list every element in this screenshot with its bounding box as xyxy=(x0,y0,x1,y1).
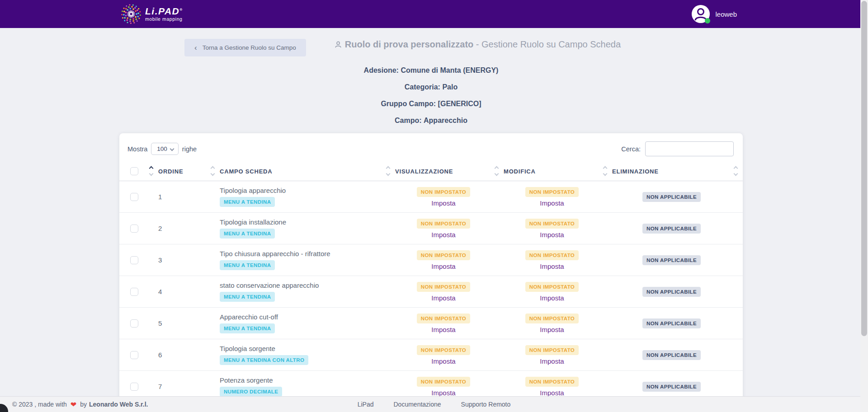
header-eliminazione[interactable]: ELIMINAZIONE xyxy=(612,163,743,181)
view-imposta-link[interactable]: Imposta xyxy=(395,294,492,302)
delete-status-badge: NON APPLICABILE xyxy=(642,192,701,202)
delete-status-badge: NON APPLICABILE xyxy=(642,382,701,392)
row-checkbox[interactable] xyxy=(130,193,138,201)
footer-link-documentazione[interactable]: Documentazione xyxy=(394,401,441,408)
row-checkbox[interactable] xyxy=(130,225,138,233)
topbar: Li.PAD® mobile mapping leoweb xyxy=(0,0,868,28)
heart-icon: ❤ xyxy=(71,400,76,409)
field-name: Tipo chiusura apparecchio - rifrattore xyxy=(220,250,383,258)
field-name: Tipologia apparecchio xyxy=(220,187,383,194)
table-row: 1 Tipologia apparecchio MENU A TENDINA N… xyxy=(119,181,743,213)
edit-imposta-link[interactable]: Imposta xyxy=(504,294,600,302)
sort-control[interactable] xyxy=(495,167,498,175)
user-menu[interactable]: leoweb xyxy=(692,5,737,23)
header-visualizzazione[interactable]: VISUALIZZAZIONE xyxy=(395,163,504,181)
scrollbar-thumb[interactable] xyxy=(861,1,867,336)
field-type-badge: MENU A TENDINA xyxy=(220,197,275,207)
back-button[interactable]: ‹ Torna a Gestione Ruolo su Campo xyxy=(184,39,306,56)
edit-imposta-link[interactable]: Imposta xyxy=(504,199,600,207)
field-type-badge: MENU A TENDINA xyxy=(220,323,275,333)
row-checkbox[interactable] xyxy=(130,319,138,328)
page-title-rest: - Gestione Ruolo su Campo Scheda xyxy=(473,39,621,49)
order-number: 7 xyxy=(158,383,162,390)
footer: © 2023 , made with ❤ by Leonardo Web S.r… xyxy=(0,396,868,412)
footer-link-supporto-remoto[interactable]: Supporto Remoto xyxy=(461,401,511,408)
table-body: 1 Tipologia apparecchio MENU A TENDINA N… xyxy=(119,181,743,403)
copyright: © 2023 , made with ❤ by Leonardo Web S.r… xyxy=(12,400,148,409)
search-control: Cerca: xyxy=(621,141,734,156)
row-checkbox[interactable] xyxy=(130,351,138,359)
rows-label: righe xyxy=(182,145,197,153)
info-gruppo-campo: Gruppo Campo: [GENERICO] xyxy=(119,100,743,108)
view-imposta-link[interactable]: Imposta xyxy=(395,326,492,333)
page-length-select[interactable]: 100 xyxy=(151,143,179,155)
edit-imposta-link[interactable]: Imposta xyxy=(504,231,600,239)
sort-control[interactable] xyxy=(734,167,737,175)
row-checkbox[interactable] xyxy=(130,383,138,391)
field-type-badge: NUMERO DECIMALE xyxy=(220,387,282,397)
info-adesione: Adesione: Comune di Manta (ENERGY) xyxy=(119,66,743,75)
page-title-role: Ruolo di prova personalizzato xyxy=(345,39,473,49)
info-categoria: Categoria: Palo xyxy=(119,83,743,91)
field-name: Tipologia sorgente xyxy=(220,345,383,352)
info-campo: Campo: Apparecchio xyxy=(119,117,743,125)
sort-control[interactable] xyxy=(150,167,153,175)
company-name: Leonardo Web S.r.l. xyxy=(89,401,148,408)
delete-status-badge: NON APPLICABILE xyxy=(642,318,701,328)
table-header-row: ORDINE CAMPO SCHEDA VISUALIZZAZIONE xyxy=(119,163,743,181)
page-title: Ruolo di prova personalizzato - Gestione… xyxy=(334,39,621,52)
field-type-badge: MENU A TENDINA xyxy=(220,229,275,239)
header-ordine[interactable]: ORDINE xyxy=(158,163,220,181)
select-all-checkbox[interactable] xyxy=(130,167,138,175)
field-name: Tipologia installazione xyxy=(220,218,383,226)
field-name: Potenza sorgente xyxy=(220,376,383,384)
view-status-badge: NON IMPOSTATO xyxy=(417,187,470,197)
search-input[interactable] xyxy=(645,141,734,156)
chevron-down-icon xyxy=(170,147,174,151)
view-imposta-link[interactable]: Imposta xyxy=(395,389,492,397)
order-number: 2 xyxy=(158,225,162,232)
show-label: Mostra xyxy=(127,145,147,153)
view-status-badge: NON IMPOSTATO xyxy=(417,314,470,323)
edit-imposta-link[interactable]: Imposta xyxy=(504,357,600,365)
header-campo-scheda[interactable]: CAMPO SCHEDA xyxy=(220,163,395,181)
sort-control[interactable] xyxy=(387,167,390,175)
row-checkbox[interactable] xyxy=(130,256,138,264)
header-modifica[interactable]: MODIFICA xyxy=(504,163,612,181)
logo[interactable]: Li.PAD® mobile mapping xyxy=(121,4,183,24)
edit-status-badge: NON IMPOSTATO xyxy=(525,377,579,387)
logo-registered-mark: ® xyxy=(179,8,183,12)
edit-imposta-link[interactable]: Imposta xyxy=(504,326,600,333)
view-imposta-link[interactable]: Imposta xyxy=(395,357,492,365)
header-row: ‹ Torna a Gestione Ruolo su Campo Ruolo … xyxy=(119,39,743,56)
delete-status-badge: NON APPLICABILE xyxy=(642,255,701,265)
sort-control[interactable] xyxy=(211,167,214,175)
table-row: 6 Tipologia sorgente MENU A TENDINA CON … xyxy=(119,339,743,371)
back-button-label: Torna a Gestione Ruolo su Campo xyxy=(203,44,296,51)
page: Li.PAD® mobile mapping leoweb ‹ Torna a … xyxy=(0,0,868,412)
edit-status-badge: NON IMPOSTATO xyxy=(525,187,579,197)
view-imposta-link[interactable]: Imposta xyxy=(395,231,492,239)
header-select-all xyxy=(119,163,158,181)
order-number: 4 xyxy=(158,288,162,295)
main-content: ‹ Torna a Gestione Ruolo su Campo Ruolo … xyxy=(119,28,743,404)
view-status-badge: NON IMPOSTATO xyxy=(417,377,470,387)
view-imposta-link[interactable]: Imposta xyxy=(395,199,492,207)
chevron-left-icon: ‹ xyxy=(194,44,197,52)
edit-imposta-link[interactable]: Imposta xyxy=(504,389,600,397)
avatar[interactable] xyxy=(692,5,710,23)
footer-link-lipad[interactable]: LiPad xyxy=(358,401,374,408)
edit-imposta-link[interactable]: Imposta xyxy=(504,262,600,270)
table-controls: Mostra 100 righe Cerca: xyxy=(119,141,743,163)
view-imposta-link[interactable]: Imposta xyxy=(395,262,492,270)
vertical-scrollbar[interactable] xyxy=(860,0,868,412)
view-status-badge: NON IMPOSTATO xyxy=(417,345,470,355)
table-row: 2 Tipologia installazione MENU A TENDINA… xyxy=(119,213,743,244)
logo-burst-icon xyxy=(121,4,142,24)
sort-control[interactable] xyxy=(604,167,607,175)
field-type-badge: MENU A TENDINA xyxy=(220,292,275,302)
view-status-badge: NON IMPOSTATO xyxy=(417,282,470,292)
edit-status-badge: NON IMPOSTATO xyxy=(525,250,579,260)
delete-status-badge: NON APPLICABILE xyxy=(642,224,701,234)
row-checkbox[interactable] xyxy=(130,288,138,296)
